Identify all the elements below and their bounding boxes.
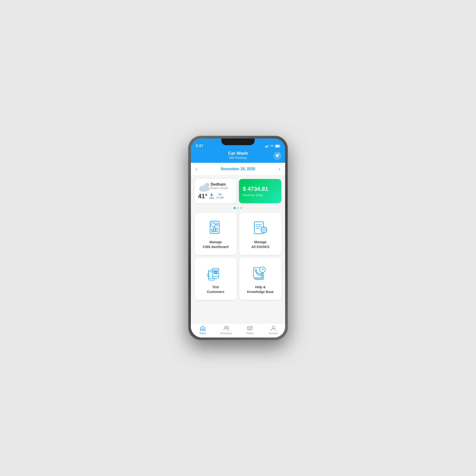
employees-icon [223,325,229,331]
weather-condition: Broken Clouds [211,187,228,189]
weather-icon [198,182,209,191]
menu-item-help-kb[interactable]: ? Help &Knowledge Base [239,258,281,300]
header-title: Car Wash [196,151,280,156]
svg-text:SMS: SMS [214,272,218,273]
phone-frame: 3:37 [188,136,288,340]
account-icon [270,325,276,331]
signal-icon [265,145,269,148]
svg-point-51 [224,326,226,328]
weather-wind: 17 m/h [216,193,224,200]
nav-tickets[interactable]: Tickets [238,325,262,335]
svg-rect-2 [267,145,268,148]
dot-1[interactable] [234,207,236,209]
svg-point-52 [227,326,228,328]
help-kb-label: Help &Knowledge Base [247,285,274,294]
info-cards-row: Dedham Broken Clouds 41° 48% [191,175,285,205]
svg-point-11 [205,187,210,191]
menu-item-text-customers[interactable]: SMS TextCustomers [195,258,237,300]
dot-2[interactable] [237,207,239,209]
svg-rect-14 [214,227,215,232]
svg-rect-3 [269,145,269,148]
nav-account[interactable]: Account [262,325,285,335]
carousel-dots [191,205,285,212]
home-icon [200,325,206,331]
weather-humidity: 48% [209,193,214,200]
notification-bell-button[interactable] [273,152,281,160]
svg-text:?: ? [262,268,264,272]
nav-employees[interactable]: Employees [214,325,238,335]
help-kb-icon: ? [252,265,269,282]
notification-dot [278,153,280,155]
weather-temperature: 41° [198,192,207,200]
svg-rect-5 [276,145,279,147]
wifi-icon [270,145,274,148]
battery-icon [275,145,280,148]
status-icons [265,145,280,148]
all-kiosks-icon [252,220,269,237]
next-date-button[interactable]: › [279,166,280,171]
revenue-amount: $ 4734.81 [243,186,277,192]
svg-rect-15 [216,228,217,232]
current-date: November 19, 2020 [221,167,255,171]
header-subtitle: 680 Parkway [196,156,280,159]
revenue-card[interactable]: $ 4734.81 Revenue Daily [239,179,281,203]
menu-grid: ManageCWA dashboard [191,212,285,304]
all-kiosks-label: ManageAll KIOSKS [251,240,269,249]
date-navigation: ‹ November 19, 2020 › [191,163,285,175]
menu-item-all-kiosks[interactable]: ManageAll KIOSKS [239,213,281,255]
cwa-dashboard-icon [207,220,224,237]
prev-date-button[interactable]: ‹ [196,166,197,171]
notch [221,138,255,145]
weather-card[interactable]: Dedham Broken Clouds 41° 48% [195,179,236,203]
text-customers-icon: SMS [207,265,224,282]
menu-item-cwa-dashboard[interactable]: ManageCWA dashboard [195,213,237,255]
svg-rect-0 [265,146,266,148]
svg-point-57 [272,326,275,328]
nav-employees-label: Employees [221,332,232,335]
revenue-label: Revenue Daily [243,193,277,197]
nav-tickets-label: Tickets [246,332,254,335]
nav-home-label: Home [200,332,206,335]
nav-home[interactable]: Home [191,325,214,335]
cwa-dashboard-label: ManageCWA dashboard [203,240,228,249]
text-customers-label: TextCustomers [207,285,224,294]
tickets-icon [247,325,253,331]
main-content: ‹ November 19, 2020 › [191,163,285,323]
status-time: 3:37 [196,143,203,148]
svg-rect-6 [280,146,280,147]
svg-rect-53 [248,326,252,330]
weather-city: Dedham [211,182,228,187]
bottom-navigation: Home Employees Tickets [191,323,285,338]
app-header: Car Wash 680 Parkway [191,149,285,163]
phone-screen: 3:37 [191,138,285,338]
svg-rect-13 [212,229,213,232]
nav-account-label: Account [269,332,277,335]
svg-rect-1 [266,146,267,148]
dot-3[interactable] [240,207,242,209]
